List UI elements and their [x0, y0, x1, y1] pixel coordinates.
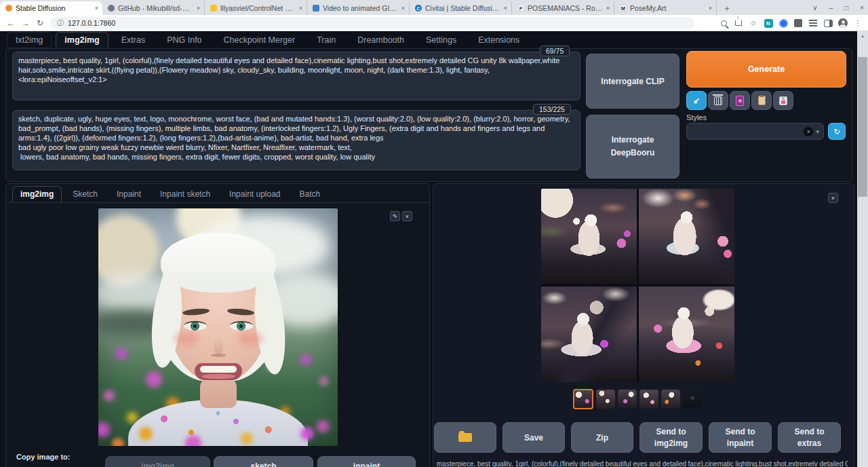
- zoom-icon[interactable]: [719, 18, 728, 28]
- refresh-styles-button[interactable]: ↻: [828, 123, 846, 140]
- maximize-icon[interactable]: □: [844, 4, 848, 12]
- forward-icon[interactable]: →: [22, 18, 30, 28]
- copy-to-sketch-button[interactable]: sketch: [214, 456, 313, 467]
- result-image-1[interactable]: [541, 189, 637, 284]
- zip-button[interactable]: Zip: [571, 422, 633, 453]
- tab-txt2img[interactable]: txt2img: [7, 32, 52, 48]
- screen: Stable Diffusion × GitHub - Mikubill/sd-…: [0, 0, 868, 467]
- gallery-thumbnail-6[interactable]: [683, 390, 702, 409]
- extension-blue-icon[interactable]: [778, 18, 788, 28]
- profile-avatar[interactable]: [838, 18, 848, 28]
- gallery-thumbnail-1[interactable]: [573, 389, 593, 409]
- prompt-token-counter: 69/75: [540, 45, 570, 56]
- browser-tab-posemaniacs[interactable]: P POSEMANIACS - Royalty free 3 ×: [512, 1, 614, 15]
- subtab-batch[interactable]: Batch: [292, 186, 329, 202]
- tab-close-icon[interactable]: ×: [95, 5, 98, 12]
- copy-to-img2img-button: img2img: [105, 456, 210, 467]
- browser-tab-stable-diffusion[interactable]: Stable Diffusion ×: [0, 1, 102, 15]
- input-image[interactable]: [98, 208, 338, 446]
- gallery-thumbnail-3[interactable]: [618, 390, 637, 409]
- close-gallery-button[interactable]: ×: [828, 193, 838, 203]
- tab-png-info[interactable]: PNG Info: [158, 32, 210, 48]
- save-button[interactable]: Save: [502, 422, 565, 453]
- browser-tab-github[interactable]: GitHub - Mikubill/sd-webui-co ×: [102, 1, 205, 15]
- window-controls: ∨ – □ ×: [812, 0, 864, 15]
- styles-dropdown[interactable]: × ▾: [686, 123, 824, 140]
- tab-extras[interactable]: Extras: [113, 32, 154, 48]
- edit-image-button[interactable]: ✎: [390, 211, 400, 221]
- tab-close-icon[interactable]: ×: [197, 5, 200, 12]
- clear-styles-icon[interactable]: ×: [804, 127, 813, 136]
- open-folder-button[interactable]: [434, 422, 496, 453]
- negative-prompt-token-counter: 153/225: [533, 104, 571, 115]
- tab-close-icon[interactable]: ×: [401, 5, 405, 12]
- copy-to-inpaint-button[interactable]: inpaint: [317, 456, 416, 467]
- close-icon[interactable]: ×: [860, 4, 864, 12]
- minimize-icon[interactable]: –: [829, 4, 833, 12]
- card-icon: [736, 96, 744, 106]
- tab-title: Stable Diffusion: [16, 4, 92, 12]
- result-image-4[interactable]: [639, 286, 734, 382]
- tab-close-icon[interactable]: ×: [606, 5, 610, 12]
- subtab-sketch[interactable]: Sketch: [64, 186, 106, 202]
- subtab-inpaint-upload[interactable]: Inpaint upload: [221, 186, 288, 202]
- bookmark-star-icon[interactable]: ☆: [749, 18, 758, 28]
- extension-n-icon[interactable]: N: [764, 18, 773, 28]
- page-scrollbar[interactable]: ▴: [857, 31, 868, 467]
- chevron-down-icon: ▾: [816, 128, 819, 135]
- save-style-button[interactable]: [773, 91, 793, 110]
- reload-icon[interactable]: ↻: [37, 18, 43, 28]
- browser-tab-strip: Stable Diffusion × GitHub - Mikubill/sd-…: [0, 0, 868, 15]
- new-tab-button[interactable]: +: [721, 3, 733, 15]
- kebab-menu-icon[interactable]: ⋮: [853, 18, 863, 28]
- tab-extensions[interactable]: Extensions: [469, 32, 528, 48]
- tab-checkpoint-merger[interactable]: Checkpoint Merger: [215, 32, 304, 48]
- send-to-inpaint-button[interactable]: Send to inpaint: [709, 422, 772, 453]
- stable-diffusion-webui: txt2img img2img Extras PNG Info Checkpoi…: [0, 31, 857, 467]
- prompt-textarea[interactable]: masterpiece, best quality, 1girl, (color…: [12, 52, 580, 100]
- browser-tab-gif-converter[interactable]: Video to animated GIF converter ×: [307, 1, 410, 15]
- tab-img2img[interactable]: img2img: [56, 32, 108, 48]
- clear-prompt-button[interactable]: [708, 91, 728, 110]
- back-icon[interactable]: ←: [7, 18, 15, 28]
- generate-button[interactable]: Generate: [686, 51, 846, 88]
- apply-style-button[interactable]: [751, 91, 772, 110]
- interrogate-deepbooru-button[interactable]: Interrogate DeepBooru: [586, 115, 679, 179]
- subtab-inpaint-sketch[interactable]: Inpaint sketch: [152, 186, 218, 202]
- subtab-inpaint[interactable]: Inpaint: [108, 186, 149, 202]
- scrollbar-thumb[interactable]: [858, 57, 867, 197]
- send-to-img2img-button[interactable]: Send to img2img: [639, 422, 703, 453]
- tab-close-icon[interactable]: ×: [504, 5, 507, 12]
- gallery-thumbnail-5[interactable]: [661, 390, 680, 409]
- extensions-puzzle-icon[interactable]: [793, 18, 803, 28]
- browser-tab-controlnet[interactable]: lllyasviel/ControlNet at main ×: [205, 1, 307, 15]
- send-to-extras-button[interactable]: Send to extras: [778, 422, 841, 453]
- reading-list-icon[interactable]: [808, 18, 818, 28]
- scrollbar-up-arrow-icon[interactable]: ▴: [857, 31, 868, 41]
- side-panel-icon[interactable]: [823, 18, 833, 28]
- remove-image-button[interactable]: ×: [402, 211, 412, 221]
- gallery-thumbnail-2[interactable]: [596, 390, 615, 409]
- gif-converter-favicon-icon: [313, 5, 319, 12]
- github-favicon-icon: [108, 5, 115, 12]
- refresh-icon: ↻: [833, 127, 840, 136]
- gallery-thumbnail-4[interactable]: [639, 390, 658, 409]
- result-image-2[interactable]: [639, 189, 734, 284]
- tab-train[interactable]: Train: [308, 32, 344, 48]
- extra-networks-button[interactable]: [730, 91, 750, 110]
- browser-tab-posemyart[interactable]: M PoseMy.Art ×: [614, 1, 717, 15]
- interrogate-clip-button[interactable]: Interrogate CLIP: [586, 54, 679, 109]
- search-tabs-icon[interactable]: ∨: [812, 4, 817, 12]
- paste-params-button[interactable]: ↙: [686, 91, 707, 110]
- tab-close-icon[interactable]: ×: [709, 5, 712, 12]
- tab-close-icon[interactable]: ×: [299, 5, 302, 12]
- share-icon[interactable]: [734, 18, 743, 28]
- address-bar[interactable]: ⓘ 127.0.0.1:7860: [50, 17, 694, 29]
- site-info-icon[interactable]: ⓘ: [57, 18, 64, 28]
- negative-prompt-textarea[interactable]: sketch, duplicate, ugly, huge eyes, text…: [12, 110, 580, 170]
- result-image-3[interactable]: [541, 286, 637, 382]
- subtab-img2img[interactable]: img2img: [12, 186, 62, 202]
- tab-settings[interactable]: Settings: [417, 32, 465, 48]
- browser-tab-civitai[interactable]: C Civitai | Stable Diffusion model ×: [410, 1, 512, 15]
- tab-dreambooth[interactable]: Dreambooth: [349, 32, 413, 48]
